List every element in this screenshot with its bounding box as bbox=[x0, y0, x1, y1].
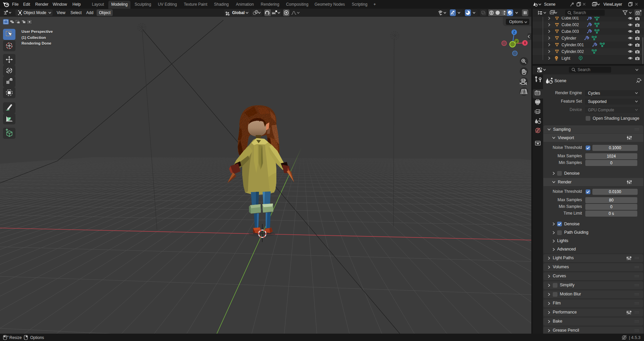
svg-text:Resize: Resize bbox=[9, 335, 22, 340]
svg-text:Global: Global bbox=[232, 10, 245, 15]
svg-text:Y: Y bbox=[516, 40, 518, 43]
svg-text:View: View bbox=[57, 10, 65, 15]
svg-text:| 4.5.3: | 4.5.3 bbox=[629, 335, 641, 340]
svg-text:Search: Search bbox=[573, 10, 586, 15]
svg-text:Select: Select bbox=[70, 10, 82, 15]
svg-text:ViewLayer: ViewLayer bbox=[603, 2, 622, 7]
svg-text:Object: Object bbox=[99, 10, 111, 15]
svg-text:Add: Add bbox=[86, 10, 93, 15]
svg-text:X: X bbox=[524, 41, 526, 45]
svg-text:Z: Z bbox=[513, 31, 515, 34]
svg-text:Scene: Scene bbox=[544, 2, 555, 7]
svg-text:Options: Options bbox=[30, 335, 44, 340]
svg-text:Object Mode: Object Mode bbox=[23, 10, 46, 15]
